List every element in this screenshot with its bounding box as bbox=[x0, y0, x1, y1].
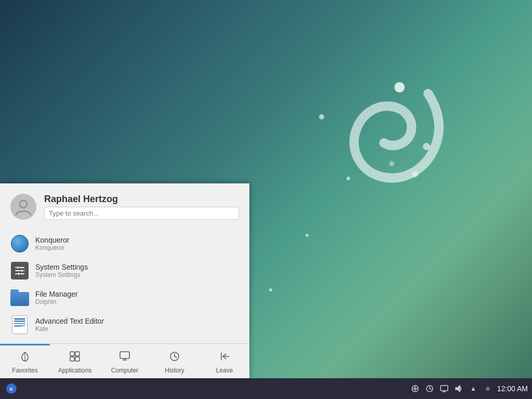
svg-line-30 bbox=[430, 389, 431, 390]
computer-label: Computer bbox=[111, 367, 139, 374]
launcher-menu: Raphael Hertzog Konqueror Konqueror bbox=[0, 183, 249, 378]
konqueror-name: Konqueror bbox=[35, 236, 69, 244]
konqueror-subtitle: Konqueror bbox=[35, 244, 69, 251]
leave-icon bbox=[219, 351, 230, 365]
nav-applications[interactable]: Applications bbox=[50, 344, 100, 378]
file-manager-icon bbox=[10, 288, 29, 307]
user-name: Raphael Hertzog bbox=[44, 194, 239, 205]
text-editor-subtitle: Kate bbox=[35, 325, 104, 332]
app-item-text-editor[interactable]: Advanced Text Editor Kate bbox=[0, 311, 249, 338]
history-icon bbox=[169, 351, 180, 365]
taskbar: K bbox=[0, 378, 532, 399]
app-item-file-manager[interactable]: File Manager Dolphin bbox=[0, 284, 249, 311]
leave-label: Leave bbox=[216, 367, 233, 374]
tray-display-icon[interactable] bbox=[439, 383, 449, 394]
app-item-system-settings[interactable]: System Settings System Settings bbox=[0, 257, 249, 284]
svg-line-21 bbox=[175, 356, 177, 357]
system-settings-icon bbox=[10, 261, 29, 280]
tray-volume-icon[interactable] bbox=[454, 383, 464, 394]
svg-point-0 bbox=[394, 82, 405, 92]
tray-menu-icon[interactable]: ≡ bbox=[483, 383, 493, 394]
svg-rect-14 bbox=[70, 357, 74, 361]
nav-history[interactable]: History bbox=[150, 344, 200, 378]
kde-menu-button[interactable]: K bbox=[4, 381, 19, 396]
tray-network-icon[interactable] bbox=[410, 383, 420, 394]
system-clock: 12:00 AM bbox=[497, 384, 528, 393]
applications-label: Applications bbox=[58, 367, 92, 374]
user-info: Raphael Hertzog bbox=[44, 194, 239, 220]
app-list: Konqueror Konqueror bbox=[0, 225, 249, 343]
desktop: Raphael Hertzog Konqueror Konqueror bbox=[0, 0, 532, 399]
svg-point-3 bbox=[389, 161, 394, 166]
favorites-label: Favorites bbox=[12, 367, 37, 374]
nav-leave[interactable]: Leave bbox=[200, 344, 249, 378]
applications-icon bbox=[69, 351, 81, 365]
nav-computer[interactable]: Computer bbox=[100, 344, 150, 378]
file-manager-name: File Manager bbox=[35, 290, 78, 298]
svg-marker-34 bbox=[456, 385, 460, 392]
text-editor-name: Advanced Text Editor bbox=[35, 317, 104, 325]
system-settings-name: System Settings bbox=[35, 263, 88, 271]
launcher-nav: Favorites Applications bbox=[0, 343, 249, 378]
svg-rect-31 bbox=[441, 385, 448, 391]
svg-text:K: K bbox=[10, 387, 14, 392]
svg-point-2 bbox=[412, 171, 418, 177]
svg-rect-12 bbox=[70, 352, 74, 356]
search-input[interactable] bbox=[44, 207, 239, 220]
konqueror-icon bbox=[10, 234, 29, 253]
svg-rect-13 bbox=[75, 352, 79, 356]
deco-dot-2 bbox=[347, 177, 350, 180]
text-editor-icon bbox=[10, 315, 29, 334]
svg-point-8 bbox=[17, 267, 19, 269]
taskbar-right: ▲ ≡ 12:00 AM bbox=[410, 383, 528, 394]
deco-dot-3 bbox=[305, 234, 309, 237]
debian-logo bbox=[324, 42, 470, 249]
deco-dot-4 bbox=[269, 288, 272, 291]
svg-point-10 bbox=[18, 273, 20, 275]
computer-icon bbox=[119, 351, 130, 365]
favorites-icon bbox=[19, 351, 31, 365]
svg-point-9 bbox=[21, 270, 23, 272]
nav-favorites[interactable]: Favorites bbox=[0, 344, 50, 378]
svg-rect-15 bbox=[75, 357, 79, 361]
history-label: History bbox=[165, 367, 184, 374]
tray-time-icon[interactable] bbox=[424, 383, 435, 394]
deco-dot-1 bbox=[319, 114, 324, 119]
user-avatar bbox=[10, 194, 36, 220]
taskbar-left: K bbox=[4, 381, 19, 396]
launcher-header: Raphael Hertzog bbox=[0, 183, 249, 225]
app-item-konqueror[interactable]: Konqueror Konqueror bbox=[0, 230, 249, 257]
system-settings-subtitle: System Settings bbox=[35, 271, 88, 278]
svg-rect-16 bbox=[120, 352, 129, 358]
svg-point-4 bbox=[20, 201, 27, 208]
file-manager-subtitle: Dolphin bbox=[35, 298, 78, 305]
svg-point-1 bbox=[423, 143, 430, 150]
tray-arrow-icon[interactable]: ▲ bbox=[468, 383, 478, 394]
